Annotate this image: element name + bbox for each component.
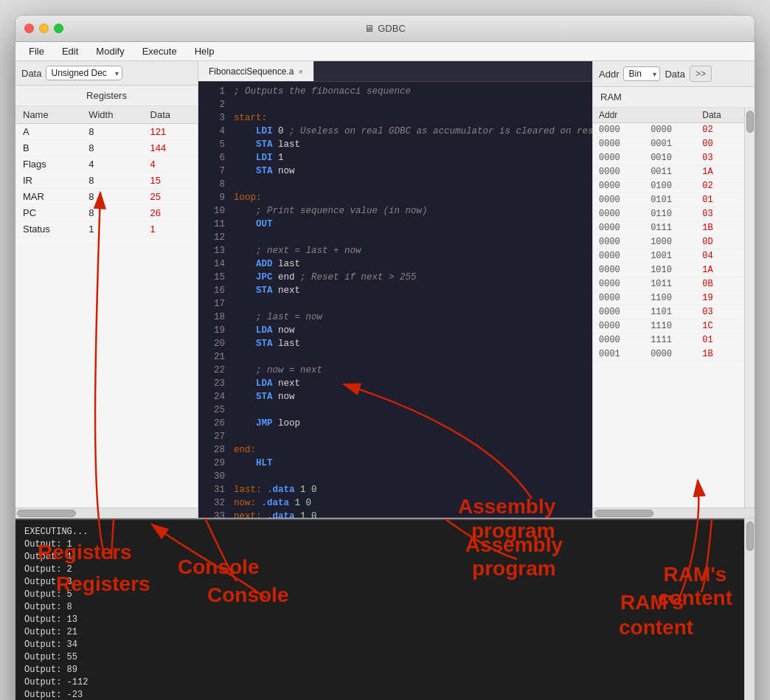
col-width: Width — [81, 106, 142, 124]
line-content: ; now = next — [234, 364, 322, 377]
line-content: ; last = now — [234, 311, 322, 324]
table-row: A 8 121 — [15, 124, 198, 140]
left-h-scrollbar-thumb — [17, 510, 76, 517]
tab-bar: FibonacciSequence.a × — [198, 61, 592, 82]
menu-edit[interactable]: Edit — [55, 44, 86, 58]
table-row: IR 8 15 — [15, 173, 198, 189]
ram-data: 01 — [696, 193, 744, 207]
line-number: 10 — [204, 204, 225, 218]
ram-v-scrollbar-thumb — [746, 111, 754, 133]
console-line: Output: 55 — [24, 651, 735, 664]
reg-data: 144 — [143, 140, 198, 156]
line-number: 23 — [204, 377, 225, 390]
table-row: 0000 1111 01 — [593, 333, 744, 347]
line-number: 1 — [204, 85, 225, 98]
line-number: 7 — [204, 164, 225, 178]
table-row: Flags 4 4 — [15, 156, 198, 173]
ram-addr2: 0111 — [645, 221, 696, 235]
console-line: Output: 89 — [24, 664, 735, 676]
menu-modify[interactable]: Modify — [89, 44, 131, 58]
maximize-button[interactable] — [54, 24, 63, 33]
ram-table: Addr Data 0000 0000 020000 0001 000000 0… — [593, 108, 744, 361]
code-line: 27 — [198, 430, 592, 443]
table-row: 0001 0000 1B — [593, 347, 744, 361]
line-content: JMP loop — [234, 417, 300, 430]
console-line: EXECUTING... — [24, 526, 735, 538]
addr-format-dropdown-wrapper: Bin Hex Dec — [623, 66, 660, 81]
line-number: 5 — [204, 138, 225, 151]
reg-name: B — [15, 140, 81, 156]
ram-addr1: 0000 — [593, 137, 645, 151]
ram-addr2: 0011 — [645, 165, 696, 179]
tab-fibonacci[interactable]: FibonacciSequence.a × — [198, 61, 314, 81]
code-line: 30 — [198, 470, 592, 483]
ram-v-scrollbar[interactable] — [744, 108, 755, 507]
line-number: 25 — [204, 403, 225, 417]
ram-data: 03 — [696, 207, 744, 221]
ram-data: 1B — [696, 347, 744, 361]
code-line: 16 STA next — [198, 284, 592, 297]
ram-data: 1A — [696, 165, 744, 179]
main-area: Data Unsigned Dec Signed Dec Hex Bin Oct… — [15, 61, 755, 519]
line-number: 4 — [204, 125, 225, 138]
code-line: 24 STA now — [198, 390, 592, 403]
ram-addr2: 1101 — [645, 305, 696, 319]
console-v-scrollbar[interactable] — [744, 519, 755, 700]
menu-execute[interactable]: Execute — [135, 44, 184, 58]
menu-help[interactable]: Help — [187, 44, 222, 58]
reg-name: A — [15, 124, 81, 140]
ram-addr2: 0000 — [645, 123, 696, 137]
right-h-scrollbar[interactable] — [593, 507, 755, 518]
line-content: STA now — [234, 390, 295, 403]
line-content: STA next — [234, 284, 300, 297]
ram-addr1: 0000 — [593, 277, 645, 291]
code-line: 14 ADD last — [198, 257, 592, 271]
addr-label: Addr — [599, 69, 619, 80]
table-row: 0000 1110 1C — [593, 319, 744, 333]
minimize-button[interactable] — [39, 24, 49, 33]
ram-addr1: 0000 — [593, 305, 645, 319]
col-name: Name — [15, 106, 81, 124]
ram-data: 02 — [696, 179, 744, 193]
table-row: 0000 1001 04 — [593, 249, 744, 263]
line-content: now: .data 1 0 — [234, 496, 311, 510]
console[interactable]: EXECUTING...Output: 1Output: 1Output: 2O… — [15, 519, 744, 700]
center-panel: FibonacciSequence.a × 1; Outputs the fib… — [198, 61, 592, 518]
code-line: 28end: — [198, 443, 592, 457]
window-controls — [24, 24, 63, 33]
code-line: 18 ; last = now — [198, 311, 592, 324]
ram-data: 03 — [696, 305, 744, 319]
line-number: 17 — [204, 297, 225, 311]
left-h-scrollbar[interactable] — [15, 507, 198, 518]
code-line: 12 — [198, 231, 592, 244]
ram-addr2: 1011 — [645, 277, 696, 291]
expand-button[interactable]: >> — [690, 66, 712, 82]
line-content: ; next = last + now — [234, 244, 361, 257]
line-number: 11 — [204, 218, 225, 231]
line-content: HLT — [234, 457, 273, 470]
table-row: 0000 1100 19 — [593, 291, 744, 305]
addr-format-dropdown[interactable]: Bin Hex Dec — [623, 66, 660, 81]
ram-addr2: 0100 — [645, 179, 696, 193]
left-panel: Data Unsigned Dec Signed Dec Hex Bin Oct… — [15, 61, 198, 518]
line-number: 13 — [204, 244, 225, 257]
ram-addr2: 0110 — [645, 207, 696, 221]
table-row: 0000 0010 03 — [593, 151, 744, 165]
ram-addr2: 1001 — [645, 249, 696, 263]
reg-width: 1 — [81, 221, 142, 238]
line-number: 18 — [204, 311, 225, 324]
data-format-dropdown[interactable]: Unsigned Dec Signed Dec Hex Bin Oct — [46, 66, 122, 80]
close-button[interactable] — [24, 24, 34, 33]
tab-close-button[interactable]: × — [298, 67, 302, 76]
line-content: ; Print sequence value (in now) — [234, 204, 428, 218]
reg-width: 8 — [81, 140, 142, 156]
ram-addr2: 0001 — [645, 137, 696, 151]
line-number: 24 — [204, 390, 225, 403]
ram-data: 1C — [696, 319, 744, 333]
code-line: 29 HLT — [198, 457, 592, 470]
reg-width: 8 — [81, 173, 142, 189]
reg-name: PC — [15, 205, 81, 221]
menu-file[interactable]: File — [21, 44, 52, 58]
code-editor[interactable]: 1; Outputs the fibonacci sequence23start… — [198, 82, 592, 518]
code-line: 8 — [198, 178, 592, 191]
